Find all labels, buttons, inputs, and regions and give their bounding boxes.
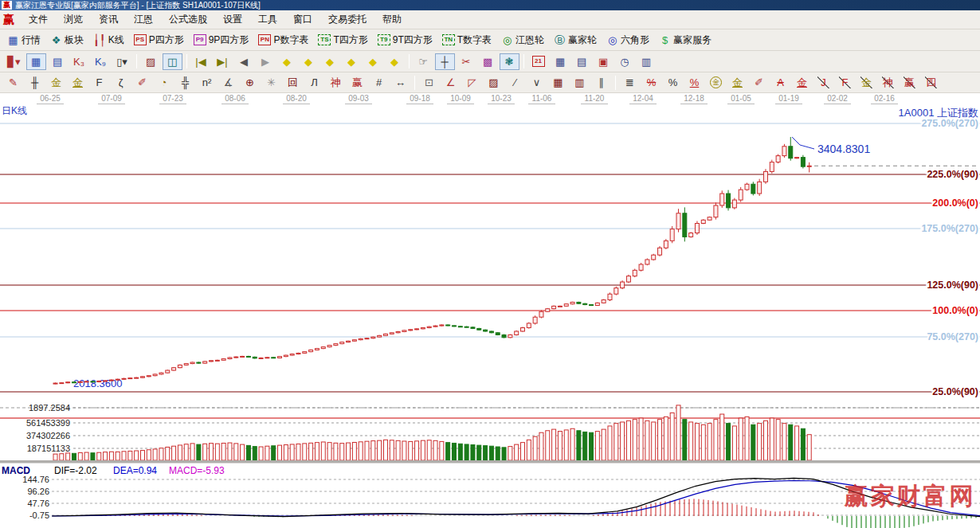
j-angle-tool[interactable]: J xyxy=(813,74,833,91)
small-grid-tool[interactable]: ╬ xyxy=(175,74,195,91)
menu-item-1[interactable]: 文件 xyxy=(21,10,56,29)
candle-style-dropdown[interactable]: ▯▾ xyxy=(112,53,132,70)
nav-last-button[interactable]: ▶| xyxy=(213,53,233,70)
t-percent-tool[interactable]: % xyxy=(641,74,661,91)
number-grid-tool[interactable]: # xyxy=(369,74,389,91)
n-pattern-tool[interactable]: Л xyxy=(304,74,324,91)
p-square-button[interactable]: PSP四方形 xyxy=(130,31,188,49)
menu-item-7[interactable]: 工具 xyxy=(250,10,285,29)
gold-angle-tool[interactable]: 金 xyxy=(857,74,876,91)
crosshair-tool[interactable]: ┼ xyxy=(435,53,455,70)
brush3-tool[interactable]: ✐ xyxy=(749,74,769,91)
gift-tool[interactable]: ▩ xyxy=(478,53,498,70)
layout-grid-button[interactable]: ▦ xyxy=(26,53,46,70)
expand-v-diamond[interactable]: ◆ xyxy=(363,53,383,70)
smart-analysis-tool[interactable]: ❃ xyxy=(500,53,519,70)
p-number-table-button[interactable]: PNP数字表 xyxy=(254,31,312,49)
calendar-button[interactable]: 21 xyxy=(528,53,549,69)
red-grid-tool[interactable]: ▦ xyxy=(548,74,568,91)
volume-axis-label: 1897.2584 xyxy=(29,403,70,413)
angle-tool[interactable]: ∡ xyxy=(218,74,238,91)
t-square-button[interactable]: TST四方形 xyxy=(314,31,371,49)
volume-bar xyxy=(140,451,144,460)
kline-9-button[interactable]: K₉ xyxy=(91,53,111,70)
compress-v-diamond[interactable]: ◆ xyxy=(385,53,405,70)
report-button[interactable]: ▤ xyxy=(572,53,592,70)
gold-grid-tool[interactable]: 金 xyxy=(46,74,66,91)
gann-wheel-button[interactable]: ◎江恩轮 xyxy=(497,31,548,49)
percent-line-tool[interactable]: % xyxy=(684,74,704,91)
t9-square-button[interactable]: T99T四方形 xyxy=(374,31,437,49)
p9-square-button[interactable]: P99P四方形 xyxy=(190,31,253,49)
pattern-button[interactable]: ▨ xyxy=(141,53,161,70)
calculator-button[interactable]: ▦ xyxy=(551,53,570,70)
nav-next-button[interactable]: ▶ xyxy=(256,53,276,70)
refresh-data-button[interactable]: ◷ xyxy=(615,53,635,70)
gold-circle-tool[interactable]: 金 xyxy=(706,74,726,91)
f-angle-tool[interactable]: F xyxy=(835,74,855,91)
kline-3-button[interactable]: K₃ xyxy=(69,53,89,70)
menu-item-4[interactable]: 江恩 xyxy=(126,10,161,29)
delete-drawing-tool[interactable]: ✂ xyxy=(457,53,476,70)
info-panel-button[interactable]: ▤ xyxy=(48,53,68,70)
winner-service-button[interactable]: $赢家服务 xyxy=(655,31,715,49)
box-select-tool[interactable]: ⊡ xyxy=(419,74,439,91)
t-number-table-button[interactable]: TNT数字表 xyxy=(438,31,496,49)
quotes-button[interactable]: ▦行情 xyxy=(3,31,45,49)
hexagon-button[interactable]: ◎六角形 xyxy=(602,31,653,49)
nav-first-button[interactable]: |◀ xyxy=(191,53,211,70)
save-button[interactable]: ▣ xyxy=(594,53,613,70)
menu-item-9[interactable]: 交易委托 xyxy=(320,10,374,29)
shen-angle-tool[interactable]: 神 xyxy=(878,74,898,91)
percent-tool[interactable]: % xyxy=(663,74,683,91)
zoom-right-diamond[interactable]: ◆ xyxy=(299,53,319,70)
winner-wheel-button[interactable]: Ⓑ赢家轮 xyxy=(550,31,601,49)
parallel-lines-tool[interactable]: ∥ xyxy=(591,74,611,91)
nav-prev-button[interactable]: ◀ xyxy=(234,53,254,70)
expand-h-diamond[interactable]: ◆ xyxy=(320,53,340,70)
menu-item-5[interactable]: 公式选股 xyxy=(161,10,215,29)
time-cycle-tool[interactable]: ◔ xyxy=(154,74,174,91)
web-box-tool[interactable]: ▨ xyxy=(484,74,504,91)
zoom-left-diamond[interactable]: ◆ xyxy=(277,53,297,70)
n-square-tool[interactable]: n² xyxy=(197,74,217,91)
win-angle-tool[interactable]: 赢 xyxy=(900,74,919,91)
red-grid2-tool[interactable]: ▥ xyxy=(570,74,590,91)
brush-tool[interactable]: ✎ xyxy=(3,74,23,91)
v-lines-tool[interactable]: ∨ xyxy=(527,74,547,91)
gold-underline-tool[interactable]: 金 xyxy=(792,74,812,91)
export-button[interactable]: ▥ xyxy=(637,53,657,70)
compress-h-diamond[interactable]: ◆ xyxy=(342,53,362,70)
color-chart-button[interactable]: ◫ xyxy=(163,53,182,70)
four-angle-tool[interactable]: 四 xyxy=(921,74,941,91)
fan-box-tool[interactable]: ◸ xyxy=(462,74,482,91)
menu-item-8[interactable]: 窗口 xyxy=(285,10,320,29)
gann-fan-center-tool[interactable]: ⊕ xyxy=(240,74,260,91)
square-web-tool[interactable]: 回 xyxy=(283,74,303,91)
pan-hand-tool[interactable]: ☞ xyxy=(414,53,433,70)
brush2-tool[interactable]: ✐ xyxy=(132,74,152,91)
win-grid-tool[interactable]: 赢 xyxy=(347,74,367,91)
bars-tool[interactable]: ≣ xyxy=(620,74,640,91)
gold-line-tool[interactable]: 金 xyxy=(727,74,747,91)
chart-canvas[interactable]: 日K线 1A0001 上证指数 2018.3600 3404.8301 MACD… xyxy=(0,93,980,528)
gold-grid2-tool[interactable]: 金 xyxy=(68,74,88,91)
wave-tool[interactable]: ζ xyxy=(111,74,131,91)
width-measure-tool[interactable]: ↔ xyxy=(390,74,410,91)
f-grid-tool[interactable]: F xyxy=(89,74,109,91)
a-wave-tool[interactable]: A xyxy=(770,74,790,91)
trend-line-tool[interactable]: ∕ xyxy=(505,74,525,91)
menu-item-6[interactable]: 设置 xyxy=(215,10,250,29)
sectors-button[interactable]: ❖板块 xyxy=(46,31,88,49)
kline-button[interactable]: ╽╿K线 xyxy=(89,31,128,49)
menu-item-10[interactable]: 帮助 xyxy=(374,10,410,29)
grid-tool[interactable]: ╫ xyxy=(25,74,45,91)
period-dropdown[interactable]: ▊▾ xyxy=(3,53,25,70)
menu-item-3[interactable]: 资讯 xyxy=(91,10,126,29)
shen-grid-tool[interactable]: 神 xyxy=(326,74,346,91)
p9-square-button-label: 9P四方形 xyxy=(209,33,249,47)
chart-region[interactable]: 日K线 1A0001 上证指数 2018.3600 3404.8301 MACD… xyxy=(0,93,980,528)
menu-item-2[interactable]: 浏览 xyxy=(56,10,91,29)
fan-lines-tool[interactable]: ∠ xyxy=(441,74,461,91)
speed-lines-tool[interactable]: ✳ xyxy=(261,74,281,91)
